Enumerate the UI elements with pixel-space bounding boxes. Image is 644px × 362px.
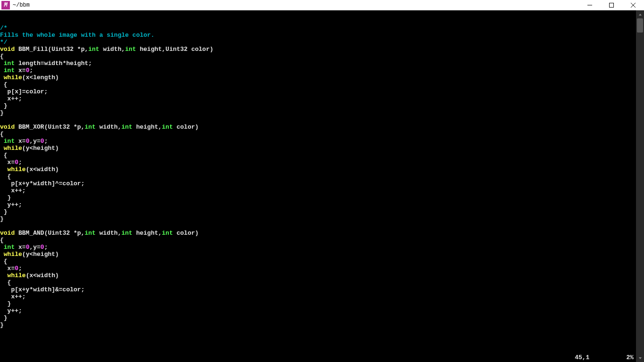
maximize-icon	[609, 3, 614, 8]
cursor-position: 45,1	[575, 354, 589, 361]
code-line: while(y<height)	[0, 145, 636, 152]
code-line: int length=width*height;	[0, 60, 636, 67]
scrollbar-up-arrow-icon[interactable]	[636, 10, 644, 18]
code-line: while(x<length)	[0, 74, 636, 81]
code-line: }	[0, 321, 636, 329]
code-line: while(x<width)	[0, 272, 636, 279]
code-line: y++;	[0, 201, 636, 208]
code-line: }	[0, 208, 636, 215]
code-line: /*	[0, 25, 636, 32]
scrollbar-thumb[interactable]	[637, 18, 643, 33]
code-line: x=0;	[0, 265, 636, 272]
code-line: {	[0, 53, 636, 60]
code-line: int x=0;	[0, 67, 636, 74]
code-line: {	[0, 173, 636, 180]
code-line	[0, 116, 636, 123]
titlebar[interactable]: M ~/bbm	[0, 0, 644, 10]
editor-area[interactable]: /*Fills the whole image with a single co…	[0, 10, 644, 362]
app-icon: M	[1, 1, 10, 9]
code-line: x++;	[0, 187, 636, 194]
minimize-button[interactable]	[579, 0, 601, 10]
svg-rect-1	[610, 3, 614, 7]
code-line: while(y<height)	[0, 251, 636, 258]
code-line: {	[0, 81, 636, 88]
code-line: p[x+y*width]^=color;	[0, 180, 636, 187]
code-line: Fills the whole image with a single colo…	[0, 32, 636, 39]
scroll-percent: 2%	[626, 354, 634, 361]
code-line: }	[0, 300, 636, 307]
code-line: x++;	[0, 293, 636, 300]
code-line: }	[0, 215, 636, 222]
code-line: }	[0, 109, 636, 116]
code-line: void BBM_XOR(Uint32 *p,int width,int hei…	[0, 123, 636, 131]
app-icon-letter: M	[4, 2, 7, 8]
code-line: p[x]=color;	[0, 88, 636, 95]
code-line: }	[0, 314, 636, 321]
window-title: ~/bbm	[13, 2, 30, 8]
code-line: int x=0,y=0;	[0, 138, 636, 145]
close-icon	[631, 3, 636, 8]
code-line: }	[0, 102, 636, 109]
status-line: 45,1 2%	[575, 354, 634, 361]
code-line: */	[0, 39, 636, 46]
code-line: {	[0, 152, 636, 159]
code-line: x++;	[0, 95, 636, 102]
code-line: void BBM_Fill(Uint32 *p,int width,int he…	[0, 46, 636, 53]
minimize-icon	[587, 3, 592, 8]
close-button[interactable]	[622, 0, 644, 10]
scrollbar-down-arrow-icon[interactable]	[636, 354, 644, 362]
code-line: }	[0, 194, 636, 201]
code-line: {	[0, 237, 636, 244]
code-line: void BBM_AND(Uint32 *p,int width,int hei…	[0, 230, 636, 237]
code-line: y++;	[0, 307, 636, 314]
code-line: x=0;	[0, 159, 636, 166]
maximize-button[interactable]	[601, 0, 622, 10]
code-line	[0, 222, 636, 230]
vertical-scrollbar[interactable]	[636, 10, 644, 362]
code-line: p[x+y*width]&=color;	[0, 286, 636, 293]
code-line: int x=0,y=0;	[0, 244, 636, 251]
code-line: {	[0, 131, 636, 138]
code-line: while(x<width)	[0, 166, 636, 173]
code-content: /*Fills the whole image with a single co…	[0, 25, 636, 329]
code-line: {	[0, 279, 636, 286]
code-line: {	[0, 258, 636, 265]
